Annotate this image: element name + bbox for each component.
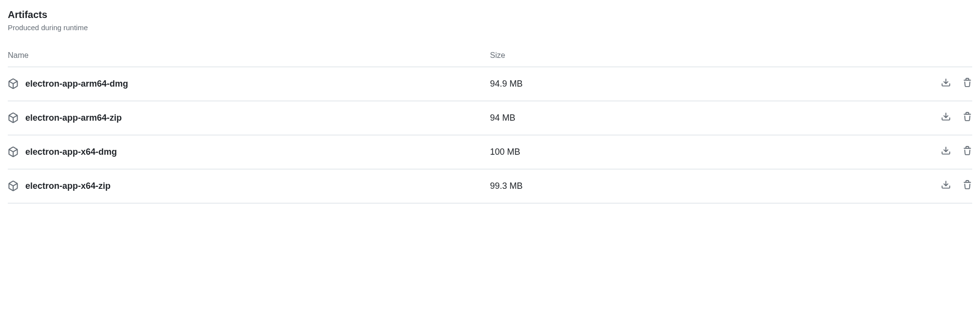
section-title: Artifacts bbox=[8, 8, 972, 21]
artifact-name-cell: electron-app-arm64-dmg bbox=[8, 67, 490, 101]
package-icon bbox=[8, 181, 19, 191]
download-button[interactable] bbox=[941, 112, 951, 123]
table-row: electron-app-arm64-zip 94 MB bbox=[8, 101, 972, 135]
delete-button[interactable] bbox=[962, 146, 972, 157]
artifact-size-cell: 94.9 MB bbox=[490, 67, 828, 101]
download-icon bbox=[941, 78, 951, 89]
column-header-actions bbox=[828, 45, 972, 67]
artifacts-header: Artifacts Produced during runtime bbox=[8, 8, 972, 34]
table-row: electron-app-x64-zip 99.3 MB bbox=[8, 169, 972, 203]
download-icon bbox=[941, 180, 951, 191]
download-icon bbox=[941, 112, 951, 123]
download-button[interactable] bbox=[941, 146, 951, 157]
delete-button[interactable] bbox=[962, 180, 972, 191]
delete-button[interactable] bbox=[962, 78, 972, 89]
artifact-size: 100 MB bbox=[490, 147, 520, 157]
delete-button[interactable] bbox=[962, 112, 972, 123]
package-icon bbox=[8, 78, 19, 89]
trash-icon bbox=[962, 78, 972, 89]
trash-icon bbox=[962, 112, 972, 123]
artifact-actions-cell bbox=[828, 135, 972, 169]
download-button[interactable] bbox=[941, 180, 951, 191]
artifact-name-link[interactable]: electron-app-x64-zip bbox=[25, 181, 111, 191]
artifact-size: 94.9 MB bbox=[490, 79, 523, 89]
trash-icon bbox=[962, 180, 972, 191]
artifact-actions-cell bbox=[828, 67, 972, 101]
package-icon bbox=[8, 112, 19, 123]
artifact-name-cell: electron-app-x64-zip bbox=[8, 169, 490, 203]
artifact-name-link[interactable]: electron-app-arm64-zip bbox=[25, 113, 122, 123]
artifact-size-cell: 99.3 MB bbox=[490, 169, 828, 203]
section-subtitle: Produced during runtime bbox=[8, 22, 972, 34]
artifact-name-link[interactable]: electron-app-x64-dmg bbox=[25, 147, 117, 157]
artifact-size: 94 MB bbox=[490, 113, 515, 123]
column-header-size: Size bbox=[490, 45, 828, 67]
download-button[interactable] bbox=[941, 78, 951, 89]
download-icon bbox=[941, 146, 951, 157]
trash-icon bbox=[962, 146, 972, 157]
table-row: electron-app-x64-dmg 100 MB bbox=[8, 135, 972, 169]
artifact-size: 99.3 MB bbox=[490, 181, 523, 191]
artifact-size-cell: 94 MB bbox=[490, 101, 828, 135]
artifact-name-cell: electron-app-arm64-zip bbox=[8, 101, 490, 135]
table-row: electron-app-arm64-dmg 94.9 MB bbox=[8, 67, 972, 101]
artifact-name-cell: electron-app-x64-dmg bbox=[8, 135, 490, 169]
artifact-size-cell: 100 MB bbox=[490, 135, 828, 169]
package-icon bbox=[8, 146, 19, 157]
table-header-row: Name Size bbox=[8, 45, 972, 67]
artifact-name-link[interactable]: electron-app-arm64-dmg bbox=[25, 79, 128, 89]
artifacts-table: Name Size electron-app-arm64-dmg 94.9 MB bbox=[8, 45, 972, 203]
column-header-name: Name bbox=[8, 45, 490, 67]
artifact-actions-cell bbox=[828, 101, 972, 135]
artifact-actions-cell bbox=[828, 169, 972, 203]
